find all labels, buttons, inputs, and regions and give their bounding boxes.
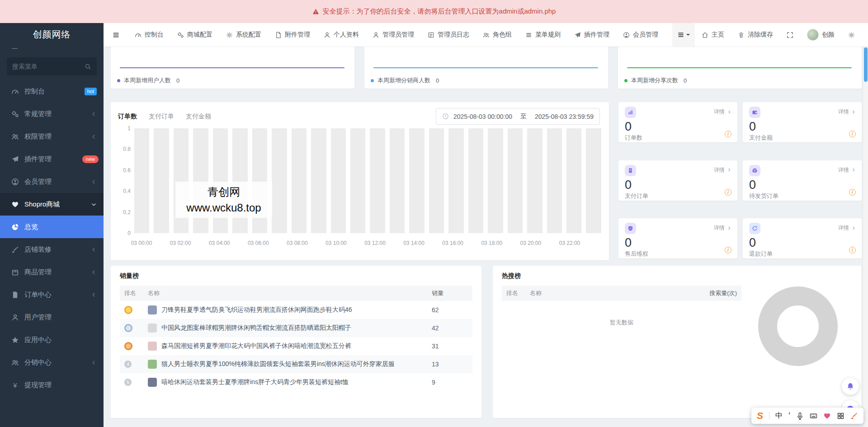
expand-icon: [787, 32, 793, 38]
gauge-icon: [135, 32, 142, 38]
nav-label: 个人资料: [334, 31, 359, 39]
detail-link[interactable]: 详情: [714, 108, 731, 116]
nav-shop-config[interactable]: 商城配置: [170, 23, 219, 47]
nav-clear-cache[interactable]: 清除缓存: [731, 23, 780, 47]
gears-icon: [177, 32, 184, 38]
user-menu[interactable]: 创颜: [800, 23, 841, 47]
sidebar-item-shop-design[interactable]: 店铺装修: [0, 238, 104, 261]
topbar: 控制台 商城配置 系统配置 附件管理 个人资料 管理员管理 管理员日志 角色组 …: [104, 23, 868, 47]
rank-5-badge: 5: [124, 379, 132, 386]
sidebar-item-auth[interactable]: 权限管理: [0, 125, 104, 148]
settings-button[interactable]: [841, 23, 862, 47]
nav-system-config[interactable]: 系统配置: [219, 23, 268, 47]
sidebar-item-apps[interactable]: 应用中心: [0, 328, 104, 351]
nav-attachments[interactable]: 附件管理: [268, 23, 317, 47]
fullscreen-button[interactable]: [780, 23, 800, 47]
detail-label: 详情: [714, 166, 725, 174]
col-search-count: 搜索量(次): [687, 289, 737, 297]
y-axis-labels: 1 0.8 0.6 0.4 0.2 0: [113, 125, 131, 236]
gears-icon: [11, 110, 19, 118]
detail-link[interactable]: 详情: [714, 224, 731, 232]
sidebar-item-orders[interactable]: 订单中心: [0, 283, 104, 306]
rank-4-badge: 4: [124, 361, 132, 368]
tab-order-count[interactable]: 订单数: [118, 113, 137, 121]
ime-apostrophe-icon[interactable]: ’: [788, 413, 790, 418]
date-start-input[interactable]: 2025-08-03 00:00:00: [453, 113, 512, 120]
nav-admin-log[interactable]: 管理员日志: [421, 23, 476, 47]
product-name-link[interactable]: 刀锋男鞋夏季透气防臭飞织运动鞋男潮流百搭休闲网面跑步鞋大码46: [161, 306, 352, 314]
apps-grid-icon[interactable]: [837, 412, 844, 420]
product-thumbnail: [148, 360, 157, 369]
yen-icon: ¥: [11, 381, 19, 389]
sidebar-item-addon[interactable]: 插件管理 new: [0, 148, 104, 170]
member-icon: [623, 32, 630, 38]
voice-assistant-button[interactable]: [842, 378, 859, 395]
product-name-link[interactable]: 嘻哈休闲运动套装男士夏季潮牌ins胖子大码青少年男装短裤短袖t恤: [161, 378, 349, 386]
sales-qty: 62: [432, 306, 468, 314]
x-axis-labels: 03 00:00 03 02:00 03 04:00 03 06:00 03 0…: [122, 240, 589, 246]
nav-member-manage[interactable]: 会员管理: [616, 23, 665, 47]
detail-link[interactable]: 详情: [838, 108, 856, 116]
nav-profile[interactable]: 个人资料: [317, 23, 366, 47]
detail-link[interactable]: 详情: [714, 166, 731, 174]
tab-paid-amount[interactable]: 支付金额: [186, 113, 211, 121]
search-icon[interactable]: [85, 63, 91, 70]
nav-dashboard[interactable]: 控制台: [128, 23, 170, 47]
nav-role-group[interactable]: 角色组: [476, 23, 519, 47]
nav-home[interactable]: 主页: [695, 23, 731, 47]
sales-qty: 42: [432, 324, 468, 332]
sidebar-item-distribution[interactable]: 分销中心: [0, 351, 104, 374]
legend-dot: [117, 79, 120, 82]
toolbox-icon[interactable]: [850, 412, 858, 420]
product-name-link[interactable]: 中国风龙图案棒球帽男潮牌休闲鸭舌帽女潮流百搭防晒遮阳太阳帽子: [161, 324, 351, 332]
nav-label: 附件管理: [285, 31, 310, 39]
pie-icon: [11, 223, 19, 231]
product-thumbnail: [148, 342, 157, 351]
sogou-logo-icon[interactable]: S: [757, 410, 763, 421]
detail-label: 详情: [838, 224, 849, 232]
skin-icon[interactable]: [823, 412, 831, 420]
chart-bar: [409, 128, 424, 233]
info-icon[interactable]: i: [725, 189, 731, 196]
info-icon[interactable]: i: [725, 131, 731, 137]
sidebar-item-goods[interactable]: 商品管理: [0, 261, 104, 283]
date-range-picker[interactable]: 2025-08-03 00:00:00 至 2025-08-03 23:59:5…: [436, 108, 600, 125]
microphone-icon[interactable]: [796, 412, 804, 420]
info-icon[interactable]: i: [849, 131, 856, 137]
nav-admin-manage[interactable]: 管理员管理: [366, 23, 421, 47]
security-banner: 安全提示：为了你的后台安全，请勿将后台管理入口设置为admin或admin.ph…: [0, 0, 868, 23]
pay-amount-icon: [749, 107, 760, 118]
caret-down-icon: [686, 34, 690, 38]
nav-menu-rules[interactable]: 菜单规则: [519, 23, 567, 47]
tab-paid-orders[interactable]: 支付订单: [149, 113, 174, 121]
scrollbar-thumb[interactable]: [864, 47, 868, 82]
y-tick: 1: [127, 125, 131, 131]
info-icon[interactable]: i: [849, 189, 856, 196]
sidebar-item-member[interactable]: 会员管理: [0, 170, 104, 193]
document-icon: [275, 32, 282, 38]
detail-label: 详情: [838, 166, 849, 174]
sidebar-item-shopro[interactable]: Shopro商城: [0, 193, 104, 216]
nav-addon-manage[interactable]: 插件管理: [567, 23, 616, 47]
product-name-link[interactable]: 猫人男士睡衣男夏季100%纯棉薄款圆领套头短袖套装男ins潮休闲运动可外穿家居服: [161, 360, 395, 368]
y-tick: 0.2: [123, 209, 131, 216]
weekly-shares-legend: 本周新增分享次数 0: [624, 76, 687, 84]
keyboard-icon[interactable]: [810, 412, 817, 420]
detail-link[interactable]: 详情: [838, 166, 856, 174]
ime-toolbar: S 中 ’: [751, 408, 863, 424]
sidebar-item-general[interactable]: 常规管理: [0, 103, 104, 125]
sidebar-item-dashboard[interactable]: 控制台 hot: [0, 80, 104, 103]
sidebar-item-overview[interactable]: 总览: [0, 216, 104, 238]
security-banner-text: 安全提示：为了你的后台安全，请勿将后台管理入口设置为admin或admin.ph…: [323, 7, 556, 16]
sidebar-item-withdraw[interactable]: ¥ 提现管理: [0, 374, 104, 396]
ime-language-toggle[interactable]: 中: [775, 411, 783, 421]
date-end-input[interactable]: 2025-08-03 23:59:59: [535, 113, 594, 120]
detail-link[interactable]: 详情: [838, 224, 856, 232]
menu-search-input[interactable]: [12, 63, 81, 70]
sidebar-item-users[interactable]: 用户管理: [0, 306, 104, 328]
nav-menu-dropdown-button[interactable]: [672, 23, 695, 47]
product-name-link[interactable]: 森马国潮短裤男夏季潮印花大码中国风裤子休闲嘻哈潮流宽松五分裤: [161, 342, 351, 350]
scrollbar-track[interactable]: [863, 23, 868, 427]
chevron-right-icon: [727, 168, 731, 172]
sidebar-toggle-button[interactable]: [104, 23, 128, 47]
